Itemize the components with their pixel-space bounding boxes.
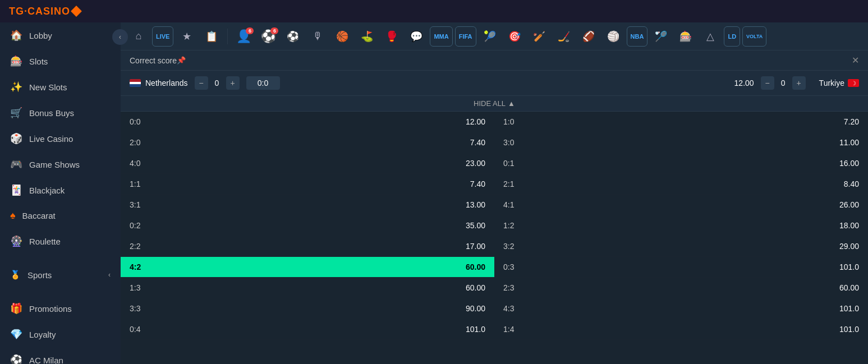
sidebar-item-roulette[interactable]: 🎡 Roulette bbox=[0, 228, 121, 254]
odds-center: 12.00 bbox=[734, 79, 754, 87]
sidebar-item-game-shows[interactable]: 🎮 Game Shows bbox=[0, 151, 121, 177]
score-row[interactable]: 3:0 11.00 bbox=[494, 132, 868, 153]
nav-star-btn[interactable]: ★ bbox=[176, 26, 198, 47]
nav-football-btn[interactable]: 🏈 bbox=[577, 26, 600, 47]
score-row[interactable]: 1:0 7.20 bbox=[494, 112, 868, 132]
logo[interactable]: TG·CASINO bbox=[9, 6, 80, 17]
nav-volleyball-btn[interactable]: 🏐 bbox=[602, 26, 624, 47]
nav-soccer-btn[interactable]: ⚽ bbox=[282, 26, 304, 47]
sports-nav: ⌂ LIVE ★ 📋 👤 6 ⚽ 6 ⚽ bbox=[121, 22, 868, 50]
score-label: 4:1 bbox=[503, 200, 514, 209]
nav-fifa-btn[interactable]: FIFA bbox=[455, 26, 476, 47]
score-row[interactable]: 1:2 18.00 bbox=[494, 215, 868, 236]
score-label: 0:4 bbox=[130, 325, 140, 334]
score-odds: 8.40 bbox=[844, 179, 859, 188]
score-row[interactable]: 4:0 23.00 bbox=[121, 153, 494, 174]
correct-score-close-btn[interactable]: ✕ bbox=[852, 55, 859, 66]
score-label: 4:0 bbox=[130, 159, 140, 168]
nav-golf-btn[interactable]: ⛳ bbox=[356, 26, 378, 47]
left-score-plus[interactable]: + bbox=[226, 76, 240, 90]
score-control-right: − 0 + bbox=[761, 76, 806, 90]
netherlands-flag bbox=[130, 79, 141, 87]
score-row[interactable]: 3:3 90.00 bbox=[121, 298, 494, 319]
turkiye-flag: ☽ bbox=[848, 79, 859, 87]
sidebar-item-baccarat[interactable]: ♠ Baccarat bbox=[0, 203, 121, 228]
nav-mma-btn[interactable]: MMA bbox=[430, 26, 452, 47]
nav-ticket-btn[interactable]: 📋 bbox=[200, 26, 223, 47]
score-label: 3:2 bbox=[503, 242, 514, 251]
sidebar-label-bonus-buys: Bonus Buys bbox=[29, 108, 74, 118]
score-row[interactable]: 3:1 13.00 bbox=[121, 195, 494, 215]
score-row[interactable]: 0:2 35.00 bbox=[121, 215, 494, 236]
logo-diamond-icon bbox=[71, 6, 82, 17]
sidebar-item-blackjack[interactable]: 🃏 Blackjack bbox=[0, 177, 121, 203]
nav-chat-btn[interactable]: 💬 bbox=[405, 26, 428, 47]
sidebar-item-bonus-buys[interactable]: 🛒 Bonus Buys bbox=[0, 100, 121, 126]
sidebar-item-sports[interactable]: 🏅 Sports ‹ bbox=[0, 263, 121, 287]
score-row[interactable]: 2:3 60.00 bbox=[494, 278, 868, 298]
team-name-turkiye: Turkiye bbox=[819, 79, 844, 87]
nav-avatar2-btn[interactable]: ⚽ 6 bbox=[257, 26, 279, 47]
nav-volta-btn[interactable]: VOLTA bbox=[742, 26, 766, 47]
score-label: 1:3 bbox=[130, 283, 140, 292]
score-row[interactable]: 3:2 29.00 bbox=[494, 236, 868, 257]
score-odds: 17.00 bbox=[466, 242, 485, 251]
score-label: 0:3 bbox=[503, 262, 514, 271]
score-row[interactable]: 1:4 101.0 bbox=[494, 319, 868, 340]
score-odds: 101.0 bbox=[839, 262, 859, 271]
nav-badminton-btn[interactable]: 🏸 bbox=[650, 26, 672, 47]
score-odds: 13.00 bbox=[466, 200, 485, 209]
left-score-minus[interactable]: − bbox=[195, 76, 208, 90]
nav-tennis-btn[interactable]: 🎾 bbox=[479, 26, 501, 47]
score-row[interactable]: 2:1 8.40 bbox=[494, 174, 868, 195]
nav-darts-btn[interactable]: 🎯 bbox=[503, 26, 526, 47]
right-score-minus[interactable]: − bbox=[761, 76, 774, 90]
nav-hockey-btn[interactable]: 🏒 bbox=[553, 26, 575, 47]
score-odds: 12.00 bbox=[466, 117, 485, 126]
score-row[interactable]: 0:0 12.00 bbox=[121, 112, 494, 132]
nav-basketball-btn[interactable]: 🏀 bbox=[331, 26, 353, 47]
score-row[interactable]: 2:0 7.40 bbox=[121, 132, 494, 153]
score-odds: 7.40 bbox=[470, 138, 485, 147]
nav-chip-btn[interactable]: 🎰 bbox=[674, 26, 697, 47]
sidebar-item-loyalty[interactable]: 💎 Loyalty bbox=[0, 321, 121, 347]
score-label: 1:1 bbox=[130, 179, 140, 188]
sidebar-item-new-slots[interactable]: ✨ New Slots bbox=[0, 74, 121, 100]
hide-all-btn[interactable]: HIDE ALL ▲ bbox=[474, 99, 515, 108]
nav-ld-btn[interactable]: LD bbox=[724, 26, 740, 47]
team-left: Netherlands bbox=[130, 79, 188, 87]
score-row[interactable]: 1:1 7.40 bbox=[121, 174, 494, 195]
nav-mic-btn[interactable]: 🎙 bbox=[306, 26, 329, 47]
score-row[interactable]: 2:2 17.00 bbox=[121, 236, 494, 257]
score-row[interactable]: 0:4 101.0 bbox=[121, 319, 494, 340]
sidebar-item-ac-milan[interactable]: ⚽ AC Milan bbox=[0, 347, 121, 364]
nav-avatar1-btn[interactable]: 👤 6 bbox=[232, 26, 255, 47]
nav-nba-btn[interactable]: NBA bbox=[627, 26, 648, 47]
scores-grid: 0:0 12.001:0 7.202:0 7.403:0 11.004:0 23… bbox=[121, 112, 868, 340]
score-row[interactable]: 0:1 16.00 bbox=[494, 153, 868, 174]
score-row[interactable]: 4:2 60.00 bbox=[121, 257, 494, 278]
sidebar-label-blackjack: Blackjack bbox=[29, 186, 65, 195]
score-label: 4:2 bbox=[130, 262, 141, 271]
nav-cricket-btn[interactable]: 🏏 bbox=[528, 26, 550, 47]
nav-boxing-btn[interactable]: 🥊 bbox=[380, 26, 403, 47]
nav-live-btn[interactable]: LIVE bbox=[152, 26, 173, 47]
sidebar-item-slots[interactable]: 🎰 Slots bbox=[0, 48, 121, 74]
nav-chip-icon: 🎰 bbox=[679, 30, 692, 43]
score-row[interactable]: 4:3 101.0 bbox=[494, 298, 868, 319]
score-label: 1:0 bbox=[503, 117, 514, 126]
sidebar-item-lobby[interactable]: 🏠 Lobby bbox=[0, 22, 121, 48]
nav-golf-icon: ⛳ bbox=[361, 30, 373, 43]
hide-all-row[interactable]: HIDE ALL ▲ bbox=[121, 96, 868, 112]
sidebar-item-live-casino[interactable]: 🎲 Live Casino bbox=[0, 126, 121, 151]
score-row[interactable]: 0:3 101.0 bbox=[494, 257, 868, 278]
nav-triangle-btn[interactable]: △ bbox=[699, 26, 722, 47]
score-row[interactable]: 1:3 60.00 bbox=[121, 278, 494, 298]
right-score-plus[interactable]: + bbox=[792, 76, 806, 90]
score-row[interactable]: 4:1 26.00 bbox=[494, 195, 868, 215]
sidebar-label-slots: Slots bbox=[29, 57, 48, 66]
score-label: 0:2 bbox=[130, 221, 140, 230]
sidebar-item-promotions[interactable]: 🎁 Promotions bbox=[0, 296, 121, 321]
nav-home-btn[interactable]: ⌂ bbox=[127, 26, 150, 47]
promotions-icon: 🎁 bbox=[10, 302, 22, 315]
